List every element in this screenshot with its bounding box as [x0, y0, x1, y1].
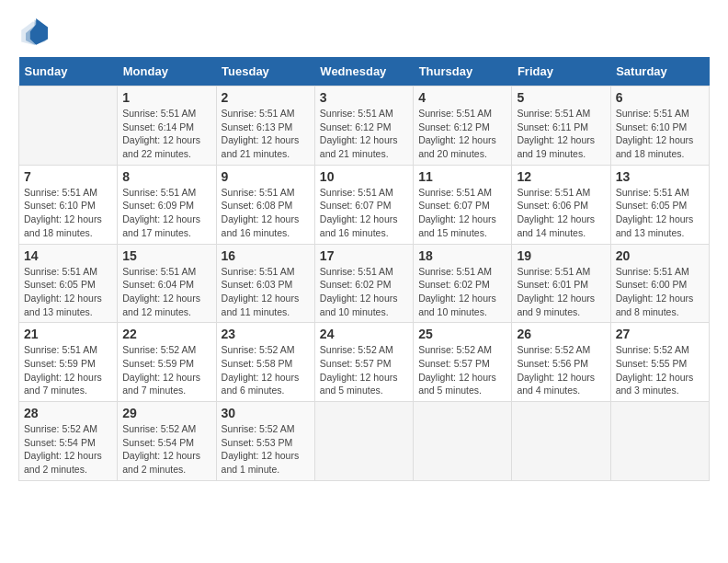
- calendar-day-1: 1Sunrise: 5:51 AMSunset: 6:14 PMDaylight…: [118, 86, 216, 166]
- day-info: Sunrise: 5:51 AMSunset: 6:05 PMDaylight:…: [24, 265, 112, 319]
- day-info: Sunrise: 5:51 AMSunset: 6:02 PMDaylight:…: [418, 265, 506, 319]
- calendar-day-28: 28Sunrise: 5:52 AMSunset: 5:54 PMDayligh…: [19, 402, 118, 481]
- day-number: 27: [616, 327, 704, 341]
- day-info: Sunrise: 5:51 AMSunset: 6:12 PMDaylight:…: [320, 107, 408, 161]
- calendar-day-11: 11Sunrise: 5:51 AMSunset: 6:07 PMDayligh…: [414, 165, 512, 244]
- day-info: Sunrise: 5:52 AMSunset: 5:53 PMDaylight:…: [222, 422, 310, 477]
- day-number: 1: [122, 90, 210, 105]
- page-header: [18, 18, 710, 48]
- day-number: 15: [122, 248, 210, 263]
- day-info: Sunrise: 5:51 AMSunset: 6:07 PMDaylight:…: [418, 186, 506, 240]
- day-info: Sunrise: 5:51 AMSunset: 6:08 PMDaylight:…: [222, 186, 310, 240]
- calendar-day-empty: [314, 402, 413, 481]
- day-info: Sunrise: 5:51 AMSunset: 6:10 PMDaylight:…: [24, 186, 112, 240]
- day-info: Sunrise: 5:52 AMSunset: 5:57 PMDaylight:…: [418, 343, 506, 397]
- calendar-day-25: 25Sunrise: 5:52 AMSunset: 5:57 PMDayligh…: [414, 323, 512, 402]
- day-number: 18: [418, 248, 506, 263]
- day-number: 8: [122, 169, 210, 184]
- day-number: 16: [222, 248, 310, 263]
- day-info: Sunrise: 5:51 AMSunset: 6:06 PMDaylight:…: [517, 186, 605, 240]
- calendar-day-empty: [19, 86, 118, 166]
- day-info: Sunrise: 5:52 AMSunset: 5:58 PMDaylight:…: [222, 343, 310, 397]
- day-info: Sunrise: 5:51 AMSunset: 6:12 PMDaylight:…: [418, 107, 506, 161]
- calendar-day-17: 17Sunrise: 5:51 AMSunset: 6:02 PMDayligh…: [314, 244, 413, 323]
- day-number: 6: [616, 90, 704, 105]
- calendar-day-7: 7Sunrise: 5:51 AMSunset: 6:10 PMDaylight…: [19, 165, 118, 244]
- day-number: 5: [517, 90, 605, 105]
- weekday-header-saturday: Saturday: [610, 57, 709, 86]
- day-info: Sunrise: 5:51 AMSunset: 6:09 PMDaylight:…: [122, 186, 210, 240]
- day-number: 14: [24, 248, 112, 263]
- day-info: Sunrise: 5:51 AMSunset: 6:00 PMDaylight:…: [616, 265, 704, 319]
- day-number: 13: [616, 169, 704, 184]
- calendar-day-18: 18Sunrise: 5:51 AMSunset: 6:02 PMDayligh…: [414, 244, 512, 323]
- calendar-day-8: 8Sunrise: 5:51 AMSunset: 6:09 PMDaylight…: [118, 165, 216, 244]
- day-info: Sunrise: 5:52 AMSunset: 5:56 PMDaylight:…: [517, 343, 605, 397]
- calendar-day-20: 20Sunrise: 5:51 AMSunset: 6:00 PMDayligh…: [610, 244, 709, 323]
- calendar-day-9: 9Sunrise: 5:51 AMSunset: 6:08 PMDaylight…: [216, 165, 314, 244]
- calendar-day-empty: [414, 402, 512, 481]
- weekday-header-friday: Friday: [512, 57, 610, 86]
- day-info: Sunrise: 5:52 AMSunset: 5:57 PMDaylight:…: [320, 343, 408, 397]
- day-info: Sunrise: 5:52 AMSunset: 5:59 PMDaylight:…: [122, 343, 210, 397]
- calendar-header-row: SundayMondayTuesdayWednesdayThursdayFrid…: [19, 57, 710, 86]
- day-number: 10: [320, 169, 408, 184]
- day-info: Sunrise: 5:51 AMSunset: 6:01 PMDaylight:…: [517, 265, 605, 319]
- calendar-week-row: 7Sunrise: 5:51 AMSunset: 6:10 PMDaylight…: [19, 165, 710, 244]
- day-number: 30: [222, 406, 310, 420]
- day-number: 25: [418, 327, 506, 341]
- calendar-day-5: 5Sunrise: 5:51 AMSunset: 6:11 PMDaylight…: [512, 86, 610, 166]
- day-number: 12: [517, 169, 605, 184]
- day-number: 7: [24, 169, 112, 184]
- calendar-day-26: 26Sunrise: 5:52 AMSunset: 5:56 PMDayligh…: [512, 323, 610, 402]
- calendar-day-2: 2Sunrise: 5:51 AMSunset: 6:13 PMDaylight…: [216, 86, 314, 166]
- weekday-header-monday: Monday: [118, 57, 216, 86]
- logo-icon: [18, 18, 48, 48]
- weekday-header-tuesday: Tuesday: [216, 57, 314, 86]
- day-number: 23: [222, 327, 310, 341]
- calendar-day-14: 14Sunrise: 5:51 AMSunset: 6:05 PMDayligh…: [19, 244, 118, 323]
- day-number: 21: [24, 327, 112, 341]
- day-info: Sunrise: 5:51 AMSunset: 6:02 PMDaylight:…: [320, 265, 408, 319]
- calendar-table: SundayMondayTuesdayWednesdayThursdayFrid…: [18, 57, 710, 481]
- day-info: Sunrise: 5:51 AMSunset: 6:13 PMDaylight:…: [222, 107, 310, 161]
- day-number: 3: [320, 90, 408, 105]
- day-info: Sunrise: 5:51 AMSunset: 6:14 PMDaylight:…: [122, 107, 210, 161]
- day-number: 19: [517, 248, 605, 263]
- calendar-day-12: 12Sunrise: 5:51 AMSunset: 6:06 PMDayligh…: [512, 165, 610, 244]
- calendar-day-15: 15Sunrise: 5:51 AMSunset: 6:04 PMDayligh…: [118, 244, 216, 323]
- day-info: Sunrise: 5:52 AMSunset: 5:55 PMDaylight:…: [616, 343, 704, 397]
- calendar-day-21: 21Sunrise: 5:51 AMSunset: 5:59 PMDayligh…: [19, 323, 118, 402]
- day-info: Sunrise: 5:52 AMSunset: 5:54 PMDaylight:…: [24, 422, 112, 477]
- day-info: Sunrise: 5:51 AMSunset: 6:07 PMDaylight:…: [320, 186, 408, 240]
- calendar-day-27: 27Sunrise: 5:52 AMSunset: 5:55 PMDayligh…: [610, 323, 709, 402]
- calendar-week-row: 21Sunrise: 5:51 AMSunset: 5:59 PMDayligh…: [19, 323, 710, 402]
- day-number: 11: [418, 169, 506, 184]
- calendar-week-row: 14Sunrise: 5:51 AMSunset: 6:05 PMDayligh…: [19, 244, 710, 323]
- calendar-day-24: 24Sunrise: 5:52 AMSunset: 5:57 PMDayligh…: [314, 323, 413, 402]
- day-info: Sunrise: 5:51 AMSunset: 6:03 PMDaylight:…: [222, 265, 310, 319]
- calendar-day-19: 19Sunrise: 5:51 AMSunset: 6:01 PMDayligh…: [512, 244, 610, 323]
- day-number: 20: [616, 248, 704, 263]
- day-number: 22: [122, 327, 210, 341]
- calendar-day-6: 6Sunrise: 5:51 AMSunset: 6:10 PMDaylight…: [610, 86, 709, 166]
- calendar-week-row: 1Sunrise: 5:51 AMSunset: 6:14 PMDaylight…: [19, 86, 710, 166]
- day-info: Sunrise: 5:52 AMSunset: 5:54 PMDaylight:…: [122, 422, 210, 477]
- day-info: Sunrise: 5:51 AMSunset: 6:05 PMDaylight:…: [616, 186, 704, 240]
- calendar-day-16: 16Sunrise: 5:51 AMSunset: 6:03 PMDayligh…: [216, 244, 314, 323]
- day-number: 17: [320, 248, 408, 263]
- day-info: Sunrise: 5:51 AMSunset: 6:04 PMDaylight:…: [122, 265, 210, 319]
- calendar-day-3: 3Sunrise: 5:51 AMSunset: 6:12 PMDaylight…: [314, 86, 413, 166]
- calendar-day-10: 10Sunrise: 5:51 AMSunset: 6:07 PMDayligh…: [314, 165, 413, 244]
- day-number: 29: [122, 406, 210, 420]
- day-number: 28: [24, 406, 112, 420]
- calendar-day-13: 13Sunrise: 5:51 AMSunset: 6:05 PMDayligh…: [610, 165, 709, 244]
- calendar-day-4: 4Sunrise: 5:51 AMSunset: 6:12 PMDaylight…: [414, 86, 512, 166]
- calendar-day-23: 23Sunrise: 5:52 AMSunset: 5:58 PMDayligh…: [216, 323, 314, 402]
- calendar-week-row: 28Sunrise: 5:52 AMSunset: 5:54 PMDayligh…: [19, 402, 710, 481]
- day-info: Sunrise: 5:51 AMSunset: 6:10 PMDaylight:…: [616, 107, 704, 161]
- weekday-header-thursday: Thursday: [414, 57, 512, 86]
- calendar-day-29: 29Sunrise: 5:52 AMSunset: 5:54 PMDayligh…: [118, 402, 216, 481]
- day-info: Sunrise: 5:51 AMSunset: 6:11 PMDaylight:…: [517, 107, 605, 161]
- weekday-header-sunday: Sunday: [19, 57, 118, 86]
